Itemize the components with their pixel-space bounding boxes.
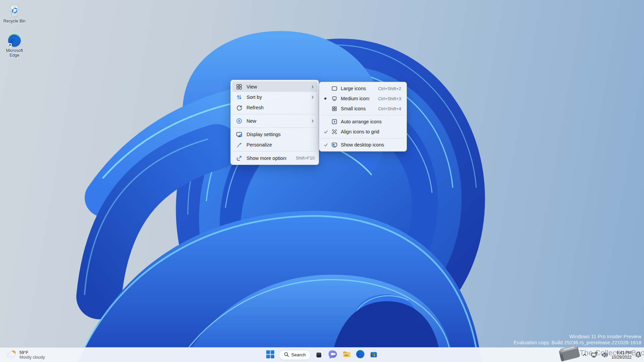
menu-item-refresh[interactable]: Refresh (232, 102, 317, 113)
clock[interactable]: 6:41 PM 10/29/2022 (611, 350, 632, 360)
desktop-icon-label: Recycle Bin (1, 19, 28, 23)
view-submenu: Large icons Ctrl+Shift+2 Medium icons Ct… (319, 82, 407, 152)
book-watermark-icon (556, 343, 584, 362)
edge-button[interactable] (356, 350, 365, 360)
submenu-item-small-icons[interactable]: Small icons Ctrl+Shift+4 (321, 104, 405, 114)
selected-radio-dot (324, 98, 326, 100)
store-icon (369, 350, 378, 360)
align-grid-icon (331, 128, 338, 135)
checkmark-icon (323, 130, 328, 134)
watermark-line1: Windows 11 Pro Insider Preview (514, 334, 641, 340)
shortcut-arrow-overlay (8, 43, 12, 47)
task-view-button[interactable] (315, 350, 324, 360)
submenu-item-large-icons[interactable]: Large icons Ctrl+Shift+2 (321, 83, 405, 94)
chat-button[interactable] (328, 350, 337, 360)
display-settings-icon (235, 131, 243, 138)
bell-dnd-icon[interactable] (635, 351, 642, 359)
show-more-icon (235, 155, 243, 162)
checkmark-icon (323, 143, 328, 147)
auto-arrange-icon (331, 118, 338, 125)
hidden-icons-chevron-icon[interactable] (582, 352, 588, 358)
start-icon (266, 350, 275, 360)
menu-item-show-more-options[interactable]: Show more options Shift+F10 (232, 153, 317, 163)
menu-separator (233, 151, 317, 152)
weather-condition: Mostly cloudy (19, 355, 45, 360)
menu-separator (321, 115, 405, 115)
submenu-item-align-grid[interactable]: Align icons to grid (321, 127, 405, 137)
submenu-item-show-desktop-icons[interactable]: Show desktop icons (321, 140, 405, 150)
submenu-item-medium-icons[interactable]: Medium icons Ctrl+Shift+3 (321, 94, 405, 104)
menu-item-display-settings[interactable]: Display settings (232, 129, 317, 139)
desktop-icon-recycle-bin[interactable]: Recycle Bin (1, 3, 28, 23)
menu-item-new[interactable]: New (232, 116, 317, 126)
taskbar: 59°F Mostly cloudy (0, 347, 644, 362)
clock-date: 10/29/2022 (611, 355, 632, 360)
personalize-brush-icon (235, 141, 243, 148)
recycle-bin-icon (1, 3, 28, 18)
weather-icon (6, 350, 17, 360)
desktop[interactable]: Recycle Bin (0, 0, 644, 362)
submenu-chevron-icon (311, 119, 315, 123)
sort-arrows-icon (235, 94, 243, 101)
menu-item-sort-by[interactable]: Sort by (232, 92, 317, 102)
desktop-icon-edge[interactable]: Microsoft Edge (1, 34, 28, 58)
large-icons-icon (331, 85, 338, 92)
watermark-line2: Evaluation copy. Build 25236.rs_prerelea… (514, 340, 641, 346)
new-plus-icon (235, 118, 243, 124)
search-box[interactable]: Search (279, 350, 311, 360)
desktop-context-menu: View Sort by Refresh (230, 80, 319, 165)
edge-icon (356, 350, 365, 360)
search-icon (284, 352, 289, 358)
start-button[interactable] (266, 350, 275, 360)
submenu-chevron-icon (311, 95, 315, 99)
view-grid-icon (235, 83, 243, 90)
medium-icons-icon (331, 95, 338, 102)
small-icons-icon (331, 105, 338, 112)
menu-separator (233, 114, 317, 114)
task-view-icon (315, 350, 324, 360)
submenu-chevron-icon (311, 85, 315, 89)
menu-item-view[interactable]: View (232, 81, 317, 92)
clock-time: 6:41 PM (611, 350, 632, 355)
network-icon[interactable] (591, 351, 598, 359)
edge-icon (1, 34, 28, 48)
desktop-icon-label: Microsoft Edge (1, 48, 28, 58)
menu-separator (321, 138, 405, 138)
volume-icon[interactable] (601, 351, 608, 359)
chat-icon (328, 350, 337, 360)
submenu-item-auto-arrange[interactable]: Auto arrange icons (321, 117, 405, 127)
menu-item-personalize[interactable]: Personalize (232, 139, 317, 150)
wallpaper-bloom (0, 0, 644, 362)
show-desktop-icon (331, 141, 338, 148)
weather-widget[interactable]: 59°F Mostly cloudy (3, 348, 48, 362)
file-explorer-button[interactable] (342, 350, 351, 360)
file-explorer-icon (342, 350, 351, 360)
menu-separator (233, 127, 317, 128)
weather-temp: 59°F (19, 350, 45, 355)
search-label: Search (291, 352, 306, 357)
store-button[interactable] (369, 350, 378, 360)
evaluation-watermark: Windows 11 Pro Insider Preview Evaluatio… (514, 334, 641, 346)
refresh-icon (235, 104, 243, 111)
